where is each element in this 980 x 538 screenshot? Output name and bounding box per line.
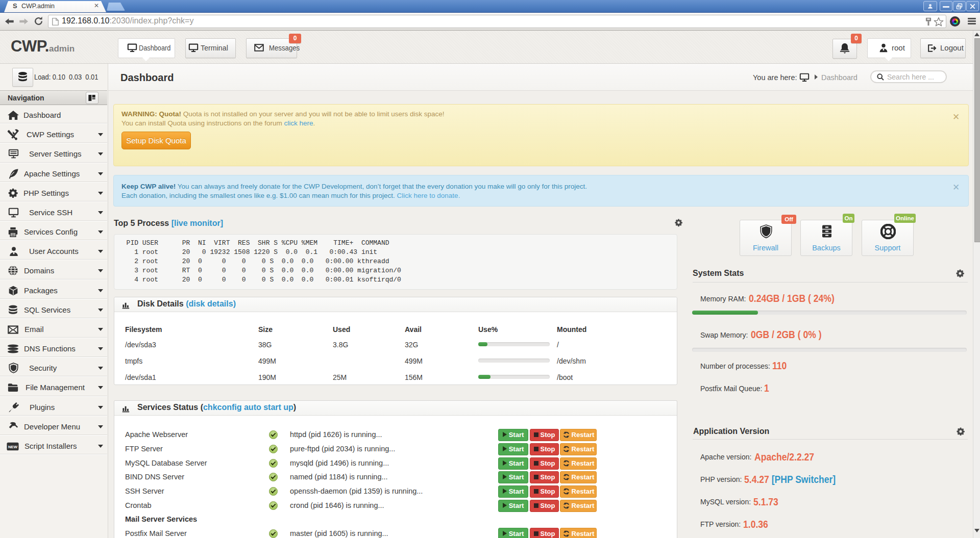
svg-text:NEW: NEW [8,445,18,449]
